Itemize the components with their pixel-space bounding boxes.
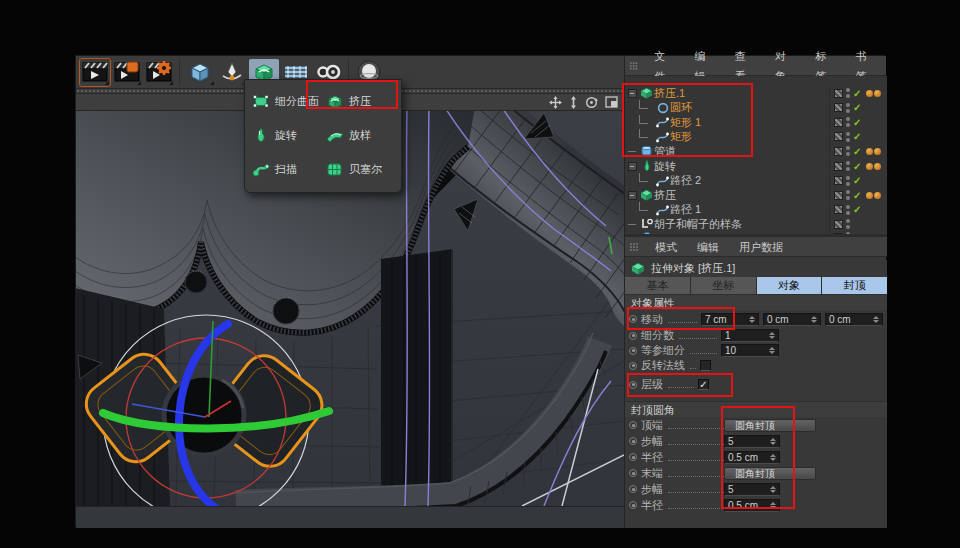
layer-chip[interactable] <box>834 176 843 185</box>
render-settings-button[interactable] <box>144 59 174 86</box>
visibility-dots[interactable] <box>846 117 850 127</box>
bottom-strip <box>76 506 624 528</box>
stepper-icon[interactable] <box>769 347 775 354</box>
enabled-check-icon[interactable]: ✓ <box>853 88 861 99</box>
visibility-dots[interactable] <box>846 132 850 142</box>
visibility-dots[interactable] <box>846 103 850 113</box>
layer-chip[interactable] <box>834 132 843 141</box>
menu-item-bezier[interactable]: 贝塞尔 <box>323 152 397 186</box>
property-label: 反转法线 <box>641 358 685 373</box>
flip-normals-checkbox[interactable] <box>700 360 711 371</box>
collapse-expander[interactable]: − <box>628 191 637 200</box>
tree-row-path-1[interactable]: 路径 1 ✓ <box>625 203 887 217</box>
visibility-dots[interactable] <box>846 88 850 98</box>
viewport-move-icon[interactable] <box>549 96 562 109</box>
object-label: 旋转 <box>654 159 829 174</box>
render-view-button[interactable] <box>80 59 110 86</box>
tag-icons[interactable] <box>866 163 881 170</box>
animation-dot-icon[interactable] <box>629 347 637 355</box>
layer-chip[interactable] <box>834 220 843 229</box>
spline-pen-button[interactable] <box>217 59 247 86</box>
stepper-icon[interactable] <box>749 316 755 323</box>
menu-item-sweep[interactable]: 扫描 <box>249 152 323 186</box>
am-menu-edit[interactable]: 编辑 <box>687 237 729 257</box>
tag-icons[interactable] <box>866 90 881 97</box>
lathe-icon <box>252 128 270 143</box>
stepper-icon[interactable] <box>769 332 775 339</box>
animation-dot-icon[interactable] <box>629 332 637 340</box>
layer-chip[interactable] <box>834 162 843 171</box>
layer-chip[interactable] <box>834 89 843 98</box>
object-label: 路径 1 <box>670 202 829 217</box>
animation-dot-icon[interactable] <box>629 362 637 370</box>
movement-z-field[interactable]: 0 cm <box>825 313 883 326</box>
enabled-check-icon[interactable]: ✓ <box>853 131 861 142</box>
visibility-dots[interactable] <box>846 190 850 200</box>
property-label: 步幅 <box>641 482 663 497</box>
object-label: 挤压 <box>654 188 829 203</box>
tab-caps[interactable]: 封顶 <box>822 277 887 294</box>
property-label: 步幅 <box>641 434 663 449</box>
menu-item-loft[interactable]: 放样 <box>323 118 397 152</box>
tree-branch-line <box>639 173 648 182</box>
panel-drag-handle-icon[interactable] <box>629 242 639 252</box>
animation-dot-icon[interactable] <box>629 437 637 445</box>
dot-leader <box>690 347 717 354</box>
stepper-icon[interactable] <box>873 316 879 323</box>
viewport-rotate-icon[interactable] <box>585 96 598 109</box>
stepper-icon[interactable] <box>811 316 817 323</box>
menu-item-lathe[interactable]: 旋转 <box>249 118 323 152</box>
visibility-dots[interactable] <box>846 161 850 171</box>
visibility-dots[interactable] <box>846 205 850 215</box>
menu-item-label: 放样 <box>349 128 371 143</box>
tab-object[interactable]: 对象 <box>757 277 822 294</box>
attribute-tabs: 基本 坐标 对象 封顶 <box>625 277 887 294</box>
iso-subdivision-field[interactable]: 10 <box>721 344 779 357</box>
add-primitive-cube-button[interactable] <box>185 59 215 86</box>
subdivision-surface-icon <box>252 94 270 109</box>
tree-row-extrude[interactable]: − 挤压 ✓ <box>625 188 887 202</box>
panel-drag-handle-icon[interactable] <box>629 61 638 71</box>
layer-chip[interactable] <box>834 118 843 127</box>
render-to-picture-viewer-button[interactable] <box>112 59 142 86</box>
animation-dot-icon[interactable] <box>629 453 637 461</box>
enabled-check-icon[interactable]: ✓ <box>853 146 861 157</box>
lathe-object-icon <box>639 160 654 173</box>
enabled-check-icon[interactable]: ✓ <box>853 190 861 201</box>
screenshot-stage: 细分曲面 挤压 旋转 <box>0 0 960 548</box>
animation-dot-icon[interactable] <box>629 485 637 493</box>
visibility-dots[interactable] <box>846 146 850 156</box>
dot-leader <box>668 422 728 429</box>
animation-dot-icon[interactable] <box>629 421 637 429</box>
dropdown-corner <box>210 81 214 85</box>
am-menu-user-data[interactable]: 用户数据 <box>729 237 793 257</box>
enabled-check-icon[interactable]: ✓ <box>853 117 861 128</box>
movement-y-field[interactable]: 0 cm <box>763 313 821 326</box>
attribute-manager-menubar-wrap: 模式 编辑 用户数据 <box>625 234 887 257</box>
layer-chip[interactable] <box>834 147 843 156</box>
layer-chip[interactable] <box>834 191 843 200</box>
collapse-expander[interactable]: − <box>628 162 637 171</box>
tree-branch-line <box>639 202 648 211</box>
viewport-layout-toggle-icon[interactable] <box>605 96 618 108</box>
subdivision-field[interactable]: 1 <box>721 329 779 342</box>
tab-basic[interactable]: 基本 <box>625 277 690 294</box>
animation-dot-icon[interactable] <box>629 469 637 477</box>
tree-row-path-2[interactable]: 路径 2 ✓ <box>625 174 887 188</box>
tag-icons[interactable] <box>866 192 881 199</box>
enabled-check-icon[interactable]: ✓ <box>853 161 861 172</box>
viewport-zoom-icon[interactable] <box>569 96 578 109</box>
am-menu-mode[interactable]: 模式 <box>645 237 687 257</box>
visibility-dots[interactable] <box>846 219 850 229</box>
enabled-check-icon[interactable]: ✓ <box>853 102 861 113</box>
layer-chip[interactable] <box>834 205 843 214</box>
tag-icons[interactable] <box>866 148 881 155</box>
layer-chip[interactable] <box>834 103 843 112</box>
enabled-check-icon[interactable]: ✓ <box>853 204 861 215</box>
tab-coordinates[interactable]: 坐标 <box>691 277 756 294</box>
visibility-dots[interactable] <box>846 176 850 186</box>
tree-row-lathe[interactable]: − 旋转 ✓ <box>625 159 887 173</box>
annotation-box-extrude-menu <box>306 80 398 109</box>
animation-dot-icon[interactable] <box>629 501 637 509</box>
enabled-check-icon[interactable]: ✓ <box>853 175 861 186</box>
